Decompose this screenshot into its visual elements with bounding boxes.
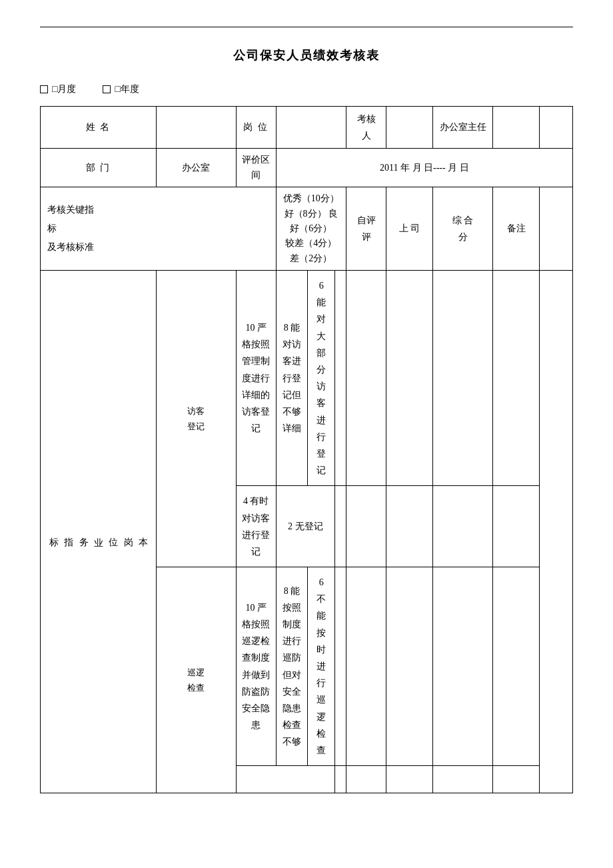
visitor-extra-b	[493, 486, 540, 567]
scoring-criteria-cell: 优秀（10分） 好（8分） 良好（6分） 较差（4分）差（2分）	[276, 187, 346, 271]
visitor-remarks-b	[433, 486, 493, 567]
patrol-remarks	[433, 567, 493, 766]
visitor-score8-cell: 8 能对访客进行登记但不够详细	[276, 271, 308, 486]
name-value-cell	[156, 107, 236, 149]
dept-value-cell: 办公室	[156, 149, 236, 187]
dept-label-cell: 部 门	[41, 149, 157, 187]
section-label-cell-1: 本岗位业务指标	[41, 271, 157, 793]
visitor-self-eval-a	[334, 271, 346, 486]
criteria-header-row: 考核关键指标及考核标准 优秀（10分） 好（8分） 良好（6分） 较差（4分）差…	[41, 187, 573, 271]
superior-label: 上 司	[399, 223, 420, 233]
remarks-filler	[540, 107, 573, 149]
patrol-extra-b	[493, 766, 540, 793]
patrol-score10-cell: 10 严格按照巡逻检查制度并做到防盗防安全隐患	[236, 567, 276, 766]
visitor-reg-row-a: 本岗位业务指标 访客登记 10 严格按照管理制度进行详细的访客登记 8 能对访客…	[41, 271, 573, 486]
patrol-label: 巡逻检查	[187, 667, 205, 693]
eval-period-value: 2011 年 月 日---- 月 日	[380, 163, 469, 173]
patrol-composite	[386, 567, 433, 766]
patrol-remarks-b	[433, 766, 493, 793]
remarks-label: 备注	[507, 223, 526, 233]
composite-label: 综 合分	[452, 215, 474, 242]
page-title: 公司保安人员绩效考核表	[40, 47, 573, 63]
visitor-reg-label: 访客登记	[187, 406, 205, 431]
reviewer-label-cell: 考核人	[346, 107, 386, 149]
patrol-score8: 8 能按照制度进行巡防但对安全隐患检查不够	[283, 586, 301, 747]
office-director-label-cell: 办公室主任	[433, 107, 493, 149]
name-label-cell: 姓 名	[41, 107, 157, 149]
patrol-superior-b	[346, 766, 386, 793]
patrol-label-cell: 巡逻检查	[156, 567, 236, 793]
patrol-composite-b	[386, 766, 433, 793]
eval-period-label-cell: 评价区间	[236, 149, 276, 187]
eval-period-value-cell: 2011 年 月 日---- 月 日	[276, 149, 572, 187]
visitor-composite-b	[386, 486, 433, 567]
visitor-score6: 6 能对大部分访客进行登记	[316, 281, 326, 475]
patrol-score6: 6 不能按时进行巡逻检查	[316, 577, 326, 755]
patrol-lower-cell	[236, 766, 334, 793]
dept-value: 办公室	[182, 163, 210, 173]
indicator-label: 考核关键指标及考核标准	[47, 205, 94, 252]
position-value-cell	[276, 107, 346, 149]
office-director-label: 办公室主任	[440, 122, 486, 132]
composite-label-cell: 综 合分	[433, 187, 493, 271]
visitor-self-eval-b	[334, 486, 346, 567]
superior-label-cell: 上 司	[386, 187, 433, 271]
self-eval-label-cell: 自评评	[346, 187, 386, 271]
remarks-label-cell-header: 备注	[493, 187, 540, 271]
visitor-superior-a	[346, 271, 386, 486]
patrol-score8-cell: 8 能按照制度进行巡防但对安全隐患检查不够	[276, 567, 308, 766]
self-eval-label: 自评评	[357, 215, 376, 242]
monthly-label: □月度	[52, 83, 76, 95]
visitor-superior-b	[346, 486, 386, 567]
visitor-score10: 10 严格按照管理制度进行详细的访客登记	[242, 323, 270, 433]
visitor-score6-cell: 6 能对大部分访客进行登记	[308, 271, 335, 486]
patrol-superior	[346, 567, 386, 766]
header-row-2: 部 门 办公室 评价区间 2011 年 月 日---- 月 日	[41, 149, 573, 187]
reviewer-value-cell	[386, 107, 433, 149]
yearly-period: □年度	[103, 83, 139, 95]
name-label: 姓 名	[86, 122, 111, 132]
visitor-score2: 2 无登记	[288, 521, 323, 531]
main-table: 姓 名 岗 位 考核人 办公室主任 部 门 办公室 评价区间 2011 年 月 …	[40, 106, 573, 793]
patrol-score10: 10 严格按照巡逻检查制度并做到防盗防安全隐患	[242, 603, 270, 730]
visitor-score2-cell: 2 无登记	[276, 486, 334, 567]
visitor-score4: 4 有时对访客进行登记	[242, 496, 270, 557]
visitor-extra-a	[493, 271, 540, 486]
visitor-score4-cell: 4 有时对访客进行登记	[236, 486, 276, 567]
dept-label: 部 门	[86, 163, 111, 173]
eval-period-label: 评价区间	[242, 155, 270, 179]
patrol-score6-cell: 6 不能按时进行巡逻检查	[308, 567, 335, 766]
position-label-cell: 岗 位	[236, 107, 276, 149]
scoring-line1: 优秀（10分） 好（8分） 良好（6分）	[283, 193, 339, 233]
position-label: 岗 位	[243, 122, 269, 132]
monthly-period: □月度	[40, 83, 76, 95]
scoring-line2: 较差（4分）差（2分）	[285, 238, 336, 263]
patrol-self-eval-b	[334, 766, 346, 793]
reviewer-label: 考核人	[357, 114, 376, 141]
visitor-score8: 8 能对访客进行登记但不够详细	[283, 323, 301, 433]
yearly-checkbox[interactable]	[103, 85, 111, 93]
visitor-remarks-a	[433, 271, 493, 486]
patrol-extra	[493, 567, 540, 766]
header-row-1: 姓 名 岗 位 考核人 办公室主任	[41, 107, 573, 149]
monthly-checkbox[interactable]	[40, 85, 48, 93]
office-director-value-cell	[493, 107, 540, 149]
indicator-label-cell: 考核关键指标及考核标准	[41, 187, 277, 271]
period-row: □月度 □年度	[40, 83, 573, 95]
yearly-label: □年度	[115, 83, 139, 95]
visitor-reg-label-cell: 访客登记	[156, 271, 236, 567]
visitor-composite-a	[386, 271, 433, 486]
top-divider	[40, 27, 573, 27]
visitor-score10-cell: 10 严格按照管理制度进行详细的访客登记	[236, 271, 276, 486]
extra-col	[540, 187, 573, 271]
patrol-self-eval	[334, 567, 346, 766]
section-label-1: 本岗位业务指标	[46, 530, 151, 534]
